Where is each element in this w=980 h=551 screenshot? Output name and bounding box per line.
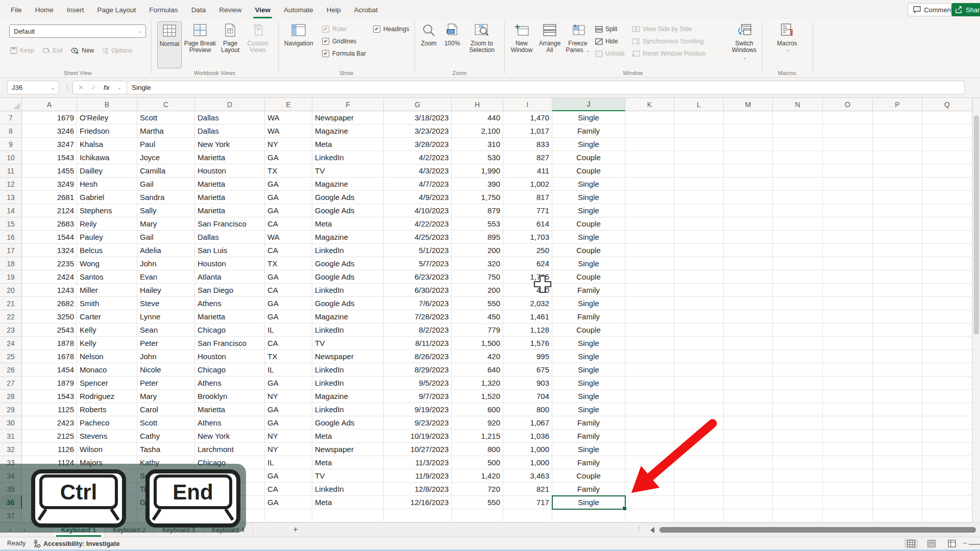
cell-A9[interactable]: 3247 <box>22 138 77 151</box>
cell-E11[interactable]: TX <box>265 164 312 178</box>
cell-E13[interactable]: GA <box>265 191 312 204</box>
column-header-A[interactable]: A <box>22 98 77 111</box>
cell-Q20[interactable] <box>922 284 972 297</box>
cell-P12[interactable] <box>873 178 922 191</box>
cell-I31[interactable]: 1,036 <box>503 430 552 443</box>
cell-C15[interactable]: Mary <box>137 217 195 231</box>
cell-N30[interactable] <box>773 416 823 430</box>
cell-H21[interactable]: 550 <box>452 297 503 310</box>
cell-E7[interactable]: WA <box>265 111 312 124</box>
cell-P23[interactable] <box>873 323 922 337</box>
ribbon-tab-acrobat[interactable]: Acrobat <box>348 0 385 19</box>
cell-G18[interactable]: 5/7/2023 <box>384 257 452 270</box>
cell-N28[interactable] <box>773 390 823 403</box>
cell-H33[interactable]: 500 <box>452 456 503 469</box>
cell-D10[interactable]: Marietta <box>195 151 265 164</box>
accessibility-status[interactable]: Accessibility: Investigate <box>33 540 119 548</box>
cell-K11[interactable] <box>625 164 674 178</box>
cell-O23[interactable] <box>823 323 873 337</box>
cell-L26[interactable] <box>674 363 724 377</box>
column-header-C[interactable]: C <box>137 98 195 111</box>
cell-N15[interactable] <box>773 217 823 231</box>
column-header-O[interactable]: O <box>823 98 873 111</box>
cell-P32[interactable] <box>873 443 922 456</box>
cell-I34[interactable]: 3,463 <box>503 469 552 483</box>
cell-L18[interactable] <box>674 257 724 270</box>
cell-B20[interactable]: Miller <box>77 284 137 297</box>
cell-M20[interactable] <box>724 284 773 297</box>
synchronous-scrolling-button[interactable]: Synchronous Scrolling <box>632 36 705 47</box>
cell-C24[interactable]: Peter <box>137 337 195 350</box>
cell-C25[interactable]: John <box>137 350 195 363</box>
cell-L10[interactable] <box>674 151 724 164</box>
cell-Q32[interactable] <box>922 443 972 456</box>
cell-F28[interactable]: Magazine <box>312 390 384 403</box>
status-page-break-button[interactable] <box>945 539 959 548</box>
cell-F31[interactable]: Meta <box>312 430 384 443</box>
row-header-7[interactable]: 7 <box>0 111 22 124</box>
cell-H26[interactable]: 640 <box>452 363 503 377</box>
cell-C12[interactable]: Gail <box>137 178 195 191</box>
cell-H27[interactable]: 1,320 <box>452 377 503 390</box>
cell-F22[interactable]: Magazine <box>312 310 384 323</box>
unhide-button[interactable]: Unhide <box>595 48 625 59</box>
cell-I14[interactable]: 771 <box>503 204 552 217</box>
cell-E19[interactable]: GA <box>265 270 312 284</box>
row-header-20[interactable]: 20 <box>0 284 22 297</box>
cell-A21[interactable]: 2682 <box>22 297 77 310</box>
cell-E34[interactable]: GA <box>265 469 312 483</box>
cell-J29[interactable]: Single <box>552 403 625 416</box>
cancel-icon[interactable]: ✕ <box>78 84 84 91</box>
cell-Q29[interactable] <box>922 403 972 416</box>
cell-I19[interactable]: 1,705 <box>503 270 552 284</box>
cell-J12[interactable]: Single <box>552 178 625 191</box>
cell-G30[interactable]: 9/23/2023 <box>384 416 452 430</box>
cell-L30[interactable] <box>674 416 724 430</box>
cell-O17[interactable] <box>823 244 873 257</box>
cell-N13[interactable] <box>773 191 823 204</box>
cell-K21[interactable] <box>625 297 674 310</box>
cell-L7[interactable] <box>674 111 724 124</box>
row-header-15[interactable]: 15 <box>0 217 22 231</box>
cell-N25[interactable] <box>773 350 823 363</box>
cell-F24[interactable]: TV <box>312 337 384 350</box>
cell-C23[interactable]: Sean <box>137 323 195 337</box>
cell-B26[interactable]: Monaco <box>77 363 137 377</box>
cell-C27[interactable]: Peter <box>137 377 195 390</box>
cell-J31[interactable]: Family <box>552 430 625 443</box>
cell-F36[interactable]: Meta <box>312 496 384 509</box>
cell-E16[interactable]: WA <box>265 231 312 244</box>
cell-F32[interactable]: Newspaper <box>312 443 384 456</box>
cell-Q26[interactable] <box>922 363 972 377</box>
cell-Q11[interactable] <box>922 164 972 178</box>
cell-J15[interactable]: Couple <box>552 217 625 231</box>
cell-L32[interactable] <box>674 443 724 456</box>
cell-P29[interactable] <box>873 403 922 416</box>
cell-I9[interactable]: 833 <box>503 138 552 151</box>
cell-B21[interactable]: Smith <box>77 297 137 310</box>
enter-icon[interactable]: ✓ <box>91 84 96 91</box>
cell-H35[interactable]: 720 <box>452 483 503 496</box>
cell-C16[interactable]: Gail <box>137 231 195 244</box>
cell-D7[interactable]: Dallas <box>195 111 265 124</box>
cell-E22[interactable]: GA <box>265 310 312 323</box>
cell-B18[interactable]: Wong <box>77 257 137 270</box>
cell-N8[interactable] <box>773 124 823 138</box>
cell-D19[interactable]: Atlanta <box>195 270 265 284</box>
cell-E26[interactable]: IL <box>265 363 312 377</box>
cell-H36[interactable]: 550 <box>452 496 503 509</box>
cell-H30[interactable]: 920 <box>452 416 503 430</box>
cell-D8[interactable]: Dallas <box>195 124 265 138</box>
cell-O20[interactable] <box>823 284 873 297</box>
cell-H28[interactable]: 1,520 <box>452 390 503 403</box>
new-sheet-button[interactable]: + <box>290 524 301 536</box>
cell-M26[interactable] <box>724 363 773 377</box>
cell-B12[interactable]: Hesh <box>77 178 137 191</box>
ribbon-tab-insert[interactable]: Insert <box>60 0 91 19</box>
cell-N16[interactable] <box>773 231 823 244</box>
headings-checkbox[interactable]: ✔Headings <box>373 23 409 35</box>
sheet-view-dropdown[interactable]: Default ⌄ <box>9 24 146 38</box>
cell-I35[interactable]: 821 <box>503 483 552 496</box>
cell-K14[interactable] <box>625 204 674 217</box>
cell-D17[interactable]: San Luis <box>195 244 265 257</box>
